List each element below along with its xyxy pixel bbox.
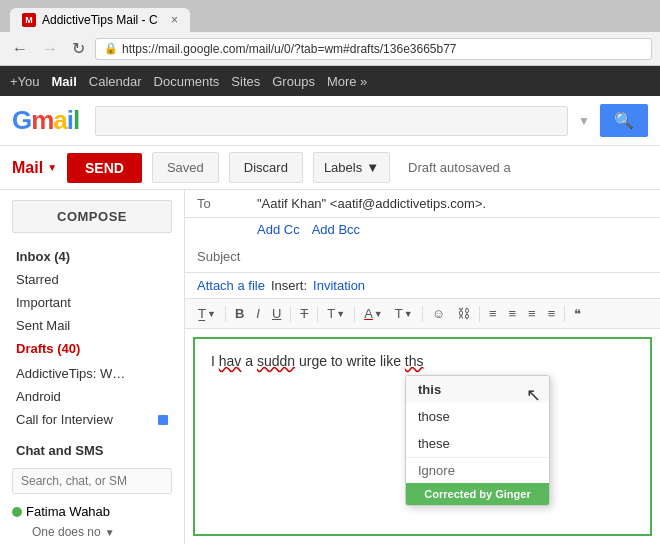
emoji-icon: ☺: [432, 306, 445, 321]
sidebar-item-call[interactable]: Call for Interview: [0, 408, 184, 431]
google-mail-link[interactable]: Mail: [52, 74, 77, 89]
ordered-list-icon: ≡: [489, 306, 497, 321]
tab-close-btn[interactable]: ×: [171, 13, 178, 27]
font-color-btn[interactable]: A ▼: [359, 303, 388, 324]
search-arrow-btn[interactable]: ▼: [574, 110, 594, 132]
sidebar-important-label: Important: [16, 295, 71, 310]
bold-btn[interactable]: B: [230, 303, 249, 324]
sidebar-item-android[interactable]: Android: [0, 385, 184, 408]
search-input[interactable]: [95, 106, 568, 136]
labels-label: Labels: [324, 160, 362, 175]
gmail-logo: Gmail: [12, 105, 79, 136]
link-btn[interactable]: ⛓: [452, 303, 475, 324]
attach-file-link[interactable]: Attach a file: [197, 278, 265, 293]
compose-button[interactable]: COMPOSE: [12, 200, 172, 233]
more-format-icon: T: [395, 306, 403, 321]
google-groups-link[interactable]: Groups: [272, 74, 315, 89]
mail-dropdown[interactable]: Mail ▼: [12, 159, 57, 177]
add-bcc-link[interactable]: Add Bcc: [312, 222, 360, 237]
compose-cc-bcc-row: Add Cc Add Bcc: [185, 218, 660, 241]
insert-label: Insert:: [271, 278, 307, 293]
sidebar-item-drafts[interactable]: Drafts (40): [0, 337, 184, 360]
sidebar-item-starred[interactable]: Starred: [0, 268, 184, 291]
quote-btn[interactable]: ❝: [569, 303, 586, 324]
subject-input[interactable]: [257, 247, 648, 266]
email-body-area[interactable]: I hav a suddn urge to write like ths thi…: [193, 337, 652, 536]
subject-label: Subject: [197, 249, 257, 264]
sidebar-item-inbox[interactable]: Inbox (4): [0, 245, 184, 268]
quote-icon: ❝: [574, 306, 581, 321]
mail-label: Mail: [12, 159, 43, 177]
send-button[interactable]: SEND: [67, 153, 142, 183]
to-label: To: [197, 196, 257, 211]
toolbar-sep-2: [290, 306, 291, 322]
saved-button[interactable]: Saved: [152, 152, 219, 183]
sidebar-android-label: Android: [16, 389, 61, 404]
sidebar-item-sent[interactable]: Sent Mail: [0, 314, 184, 337]
strikethrough-btn[interactable]: T: [295, 303, 313, 324]
google-more-link[interactable]: More »: [327, 74, 367, 89]
chat-item-fatima[interactable]: Fatima Wahab: [0, 500, 184, 523]
typo-hav: hav: [219, 353, 242, 369]
back-button[interactable]: ←: [8, 38, 32, 60]
google-plus-link[interactable]: +You: [10, 74, 40, 89]
chat-preview-fatima: One does no ▼: [0, 523, 184, 541]
chat-name-fatima: Fatima Wahab: [26, 504, 110, 519]
font-arrow: ▼: [207, 309, 216, 319]
toolbar-sep-7: [564, 306, 565, 322]
gmail-body: Gmail ▼ 🔍 Mail ▼ SEND Saved Discard Labe…: [0, 96, 660, 544]
forward-button[interactable]: →: [38, 38, 62, 60]
chat-preview-arrow: ▼: [105, 527, 115, 538]
typo-ths: ths: [405, 353, 424, 369]
sidebar-item-addictive[interactable]: AddictiveTips: W…: [0, 360, 184, 385]
labels-button[interactable]: Labels ▼: [313, 152, 390, 183]
typo-suddn: suddn: [257, 353, 295, 369]
sidebar: COMPOSE Inbox (4) Starred Important Sent…: [0, 190, 185, 544]
strikethrough-icon: T: [300, 306, 308, 321]
toolbar-sep-5: [422, 306, 423, 322]
discard-button[interactable]: Discard: [229, 152, 303, 183]
search-bar: ▼ 🔍: [95, 104, 648, 137]
emoji-btn[interactable]: ☺: [427, 303, 450, 324]
font-family-btn[interactable]: T̲ ▼: [193, 303, 221, 324]
sidebar-drafts-label: Drafts (40): [16, 341, 80, 356]
sidebar-chat-section: Chat and SMS: [0, 431, 184, 462]
tab-bar: M AddictiveTips Mail - C ×: [0, 0, 660, 32]
chat-search-input[interactable]: [12, 468, 172, 494]
insert-invitation-link[interactable]: Invitation: [313, 278, 365, 293]
tab-favicon: M: [22, 13, 36, 27]
font-icon: T̲: [198, 306, 206, 321]
ginger-ignore-btn[interactable]: Ignore: [406, 457, 549, 483]
ginger-option-these[interactable]: these: [406, 430, 549, 457]
font-size-btn[interactable]: T ▼: [322, 303, 350, 324]
ginger-footer-text: Corrected by: [424, 488, 492, 500]
email-text: I hav a suddn urge to write like ths: [211, 351, 634, 372]
font-size-icon: T: [327, 306, 335, 321]
compose-attach-row: Attach a file Insert: Invitation: [185, 273, 660, 299]
ginger-option-those[interactable]: those: [406, 403, 549, 430]
outdent-btn[interactable]: ≡: [543, 303, 561, 324]
add-cc-link[interactable]: Add Cc: [257, 222, 300, 237]
active-tab[interactable]: M AddictiveTips Mail - C ×: [10, 8, 190, 32]
ordered-list-btn[interactable]: ≡: [484, 303, 502, 324]
more-format-btn[interactable]: T ▼: [390, 303, 418, 324]
indent-icon: ≡: [528, 306, 536, 321]
gmail-header: Gmail ▼ 🔍: [0, 96, 660, 146]
sidebar-call-label: Call for Interview: [16, 412, 113, 427]
draft-status: Draft autosaved a: [408, 160, 511, 175]
italic-btn[interactable]: I: [251, 303, 265, 324]
google-documents-link[interactable]: Documents: [154, 74, 220, 89]
ginger-option-this[interactable]: this: [406, 376, 549, 403]
to-value: "Aatif Khan" <aatif@addictivetips.com>.: [257, 196, 648, 211]
italic-icon: I: [256, 306, 260, 321]
url-input[interactable]: 🔒 https://mail.google.com/mail/u/0/?tab=…: [95, 38, 652, 60]
google-sites-link[interactable]: Sites: [231, 74, 260, 89]
ginger-brand: Ginger: [495, 488, 530, 500]
refresh-button[interactable]: ↻: [68, 37, 89, 60]
indent-btn[interactable]: ≡: [523, 303, 541, 324]
search-button[interactable]: 🔍: [600, 104, 648, 137]
google-calendar-link[interactable]: Calendar: [89, 74, 142, 89]
unordered-list-btn[interactable]: ≡: [504, 303, 522, 324]
underline-btn[interactable]: U: [267, 303, 286, 324]
sidebar-item-important[interactable]: Important: [0, 291, 184, 314]
